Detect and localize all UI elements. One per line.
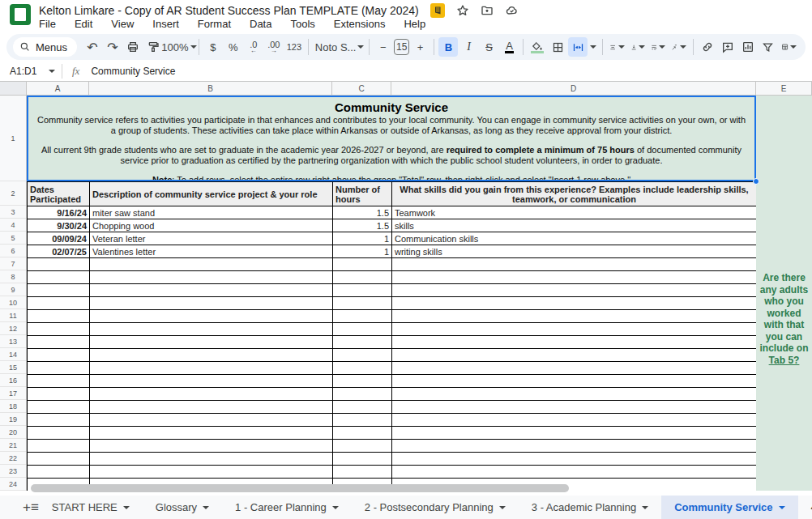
star-icon[interactable] (456, 4, 469, 17)
row-header-11[interactable]: 11 (0, 309, 26, 322)
insert-chart-button[interactable] (738, 37, 758, 57)
cell-C7[interactable] (333, 258, 392, 271)
row-header-14[interactable]: 14 (0, 348, 26, 361)
menu-data[interactable]: Data (248, 17, 273, 31)
cell-D4[interactable]: skills (392, 219, 757, 232)
row-header-4[interactable]: 4 (0, 219, 26, 232)
borders-button[interactable] (548, 37, 567, 57)
cell-A12[interactable] (28, 323, 90, 336)
cell-A10[interactable] (28, 297, 90, 310)
tab-community-service[interactable]: Community Service (661, 496, 797, 519)
format-percent-button[interactable]: % (224, 37, 243, 57)
cell-B3[interactable]: miter saw stand (90, 206, 333, 219)
row-header-6[interactable]: 6 (0, 245, 26, 257)
column-header-D[interactable]: D (391, 82, 756, 96)
tab-2-postsecondary-planning[interactable]: 2 - Postsecondary Planning (352, 496, 519, 519)
select-all-corner[interactable] (0, 82, 27, 96)
cell-D5[interactable]: Communication skills (392, 232, 757, 245)
cell-B20[interactable] (90, 427, 333, 440)
cell-C20[interactable] (333, 427, 392, 440)
cloud-saved-icon[interactable] (505, 4, 519, 17)
menu-insert[interactable]: Insert (151, 17, 181, 31)
zoom-select[interactable]: 100% (164, 37, 194, 57)
print-button[interactable] (123, 37, 143, 57)
cell-A5[interactable]: 09/09/24 (28, 232, 90, 245)
cell-D14[interactable] (392, 349, 757, 362)
row-header-21[interactable]: 21 (0, 439, 26, 452)
cell-A16[interactable] (28, 375, 90, 388)
tab-1-career-planning[interactable]: 1 - Career Planning (222, 496, 352, 519)
cell-B6[interactable]: Valentines letter (90, 245, 333, 258)
cell-C8[interactable] (333, 271, 392, 284)
cell-A11[interactable] (28, 310, 90, 323)
row-header-2[interactable]: 2 (0, 181, 26, 206)
column-header-A[interactable]: A (27, 82, 89, 96)
text-color-button[interactable]: A (499, 37, 519, 57)
cell-B7[interactable] (90, 258, 333, 271)
vertical-align-button[interactable] (628, 37, 647, 57)
cell-C4[interactable]: 1.5 (333, 219, 392, 232)
cell-C15[interactable] (333, 362, 392, 375)
cell-C3[interactable]: 1.5 (333, 206, 392, 219)
row-header-10[interactable]: 10 (0, 296, 26, 309)
row-header-23[interactable]: 23 (0, 465, 26, 478)
paint-format-button[interactable] (143, 37, 163, 57)
insert-link-button[interactable] (698, 37, 717, 57)
cell-A17[interactable] (28, 388, 90, 401)
merge-cells-menu-button[interactable] (588, 37, 598, 57)
create-filter-button[interactable] (759, 37, 778, 57)
insert-comment-button[interactable] (718, 37, 737, 57)
cell-C11[interactable] (333, 310, 392, 323)
tab-4-experiential-learn[interactable]: 4 - Experiential Learn (798, 496, 812, 519)
strikethrough-button[interactable]: S (479, 37, 498, 57)
row-header-18[interactable]: 18 (0, 400, 26, 413)
column-header-C[interactable]: C (332, 82, 391, 96)
cell-A6[interactable]: 02/07/25 (28, 245, 90, 258)
decrease-font-size-button[interactable]: − (374, 37, 393, 57)
cell-A1-banner[interactable]: Community Service Community service refe… (27, 96, 756, 181)
column-header-B[interactable]: B (89, 82, 332, 96)
cell-B19[interactable] (90, 414, 333, 427)
cell-B13[interactable] (90, 336, 333, 349)
row-header-15[interactable]: 15 (0, 361, 26, 374)
cell-C16[interactable] (333, 375, 392, 388)
format-currency-button[interactable]: $ (203, 37, 223, 57)
search-menus-button[interactable]: Menus (13, 37, 77, 57)
text-wrap-button[interactable] (648, 37, 668, 57)
name-box[interactable]: A1:D1 (0, 66, 62, 77)
cell-C19[interactable] (333, 414, 392, 427)
header-cell-D2[interactable]: What skills did you gain from this exper… (392, 182, 757, 206)
cell-B17[interactable] (90, 388, 333, 401)
cell-C23[interactable] (333, 466, 392, 479)
row-header-17[interactable]: 17 (0, 387, 26, 400)
row-header-12[interactable]: 12 (0, 322, 26, 335)
decrease-decimal-button[interactable]: .0← (244, 37, 263, 57)
increase-font-size-button[interactable]: + (410, 37, 430, 57)
column-e-green-area[interactable]: Are thereany adultswho youworkedwith tha… (756, 96, 812, 491)
cell-B14[interactable] (90, 349, 333, 362)
row-header-9[interactable]: 9 (0, 283, 26, 296)
header-cell-A2[interactable]: Dates Participated (28, 182, 90, 206)
add-sheet-button[interactable]: + (23, 496, 31, 519)
cell-A15[interactable] (28, 362, 90, 375)
cell-B18[interactable] (90, 401, 333, 414)
cell-A9[interactable] (28, 284, 90, 297)
cell-B5[interactable]: Veteran letter (90, 232, 333, 245)
tab-glossary[interactable]: Glossary (143, 496, 222, 519)
undo-button[interactable]: ↶ (83, 37, 102, 57)
cell-C10[interactable] (333, 297, 392, 310)
cell-D20[interactable] (392, 427, 757, 440)
cell-A14[interactable] (28, 349, 90, 362)
cell-A22[interactable] (28, 453, 90, 466)
row-header-5[interactable]: 5 (0, 232, 26, 245)
document-title[interactable]: Kelton Limkare - Copy of AR Student Succ… (39, 4, 419, 17)
cell-D16[interactable] (392, 375, 757, 388)
menu-tools[interactable]: Tools (288, 17, 316, 31)
cell-D6[interactable]: writing skills (392, 245, 757, 258)
cell-D18[interactable] (392, 401, 757, 414)
cell-D12[interactable] (392, 323, 757, 336)
horizontal-scrollbar-thumb[interactable] (31, 484, 569, 492)
fill-color-button[interactable] (528, 37, 547, 57)
cell-C17[interactable] (333, 388, 392, 401)
cell-D3[interactable]: Teamwork (392, 206, 757, 219)
